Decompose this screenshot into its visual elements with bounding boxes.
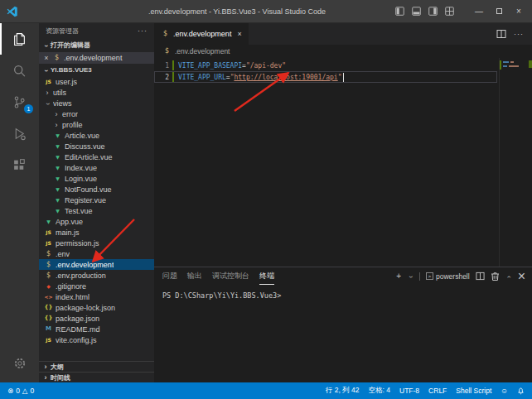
tree-item-views[interactable]: ›views [39,98,154,108]
minimize-button[interactable]: — [469,2,489,21]
close-tab-icon[interactable]: × [237,30,241,38]
status-eol[interactable]: CRLF [428,387,447,395]
file-label: permission.js [56,239,99,248]
tree-item-profile[interactable]: ›profile [39,119,154,130]
close-quote: " [282,62,286,70]
tree-item-user.js[interactable]: JSuser.js [39,76,154,87]
env-key-token: VITE_APP_URL [178,74,226,81]
tree-item-.env[interactable]: $.env [39,248,154,259]
toggle-sidebar-icon[interactable] [391,3,408,20]
status-cursor-position[interactable]: 行 2, 列 42 [326,386,360,396]
terminal-picker-chevron-icon[interactable]: › [407,273,415,280]
toggle-secondary-sidebar-icon[interactable] [424,3,441,20]
chevron-down-icon: › [42,67,51,74]
minimap[interactable] [499,58,532,267]
vue-file-icon: ▼ [53,198,62,203]
tree-item-package-lock.json[interactable]: {}package-lock.json [39,302,154,313]
js-file-icon: JS [44,230,53,235]
panel-tab-problems[interactable]: 问题 [162,267,177,285]
tree-item-App.vue[interactable]: ▼App.vue [39,216,154,227]
code-area[interactable]: 1VITE_APP_BASEAPI="/api-dev"2VITE_APP_UR… [154,58,532,267]
file-label: .env.production [56,272,106,280]
feedback-smiley-icon[interactable]: ☺ [501,387,508,395]
tree-item-vite.config.js[interactable]: JSvite.config.js [39,334,154,345]
toggle-panel-icon[interactable] [408,3,424,20]
close-window-button[interactable]: × [509,2,529,21]
tree-item-Article.vue[interactable]: ▼Article.vue [39,130,154,141]
problems-status[interactable]: ⊗ 0 △ 0 [7,387,34,395]
tree-item-permission.js[interactable]: JSpermission.js [39,238,154,248]
activity-settings[interactable] [0,348,39,379]
open-editors-header[interactable]: › 打开的编辑器 [39,38,154,52]
kill-terminal-trash-icon[interactable] [491,272,500,281]
file-label: .env.development [56,261,114,269]
tree-item-package.json[interactable]: {}package.json [39,313,154,324]
activity-run-debug[interactable] [0,118,39,149]
tree-item-index.html[interactable]: <>index.html [39,291,154,302]
tree-item-.gitignore[interactable]: ◆.gitignore [39,281,154,291]
close-icon[interactable]: × [43,54,50,62]
code-lines: 1VITE_APP_BASEAPI="/api-dev"2VITE_APP_UR… [154,60,497,83]
file-label: main.js [56,228,80,237]
explorer-more-actions-icon[interactable]: ··· [138,26,148,35]
warning-icon: △ [22,387,28,395]
code-line-1[interactable]: 1VITE_APP_BASEAPI="/api-dev" [154,60,497,71]
file-label: Discuss.vue [65,142,105,151]
tab-env-development[interactable]: $ .env.development × [154,23,249,45]
tree-item-main.js[interactable]: JSmain.js [39,227,154,238]
breadcrumb-item[interactable]: .env.development [175,47,230,55]
split-editor-icon[interactable] [496,29,506,39]
env-file-icon: $ [161,31,170,37]
activity-search[interactable] [0,55,39,86]
notifications-bell-icon[interactable] [517,387,525,395]
panel-tab-terminal[interactable]: 终端 [259,267,274,285]
tree-item-.env.development[interactable]: $.env.development [39,259,154,270]
tree-item-Test.vue[interactable]: ▼Test.vue [39,205,154,216]
tree-item-Login.vue[interactable]: ▼Login.vue [39,173,154,184]
env-file-icon: $ [162,48,172,55]
file-label: Index.vue [65,164,97,172]
new-terminal-icon[interactable]: + [396,272,401,281]
editor-more-actions-icon[interactable]: ··· [514,30,524,38]
activity-source-control[interactable]: 1 [0,86,39,118]
status-encoding[interactable]: UTF-8 [399,387,419,395]
tree-item-utils[interactable]: ›utils [39,87,154,98]
file-label: .env [56,250,70,258]
terminal-shell-label: powershell [436,272,470,281]
explorer-files-icon [12,32,27,46]
split-terminal-icon[interactable] [476,272,485,281]
close-quote: " [338,74,342,81]
minimap-line-1 [503,61,514,63]
tree-item-.env.production[interactable]: $.env.production [39,270,154,281]
panel-tab-output[interactable]: 输出 [187,267,202,285]
env-file-icon: $ [44,262,53,268]
panel-tab-debug-console[interactable]: 调试控制台 [212,267,249,285]
maximize-button[interactable] [489,2,509,21]
timeline-section[interactable]: › 时间线 [39,372,154,382]
env-file-icon: $ [44,272,53,279]
warning-count: 0 [30,387,34,395]
tree-item-Discuss.vue[interactable]: ▼Discuss.vue [39,141,154,151]
tree-item-Index.vue[interactable]: ▼Index.vue [39,162,154,173]
customize-layout-icon[interactable] [441,3,457,20]
status-indentation[interactable]: 空格: 4 [369,386,390,396]
file-label: views [53,99,72,108]
breadcrumb[interactable]: $ .env.development [154,45,532,58]
status-language-mode[interactable]: Shell Script [456,387,491,395]
tree-item-Register.vue[interactable]: ▼Register.vue [39,195,154,205]
activity-explorer[interactable] [0,23,39,55]
tree-item-NotFound.vue[interactable]: ▼NotFound.vue [39,184,154,195]
close-panel-icon[interactable]: × [518,269,525,284]
outline-section[interactable]: › 大纲 [39,361,154,372]
code-line-2[interactable]: 2VITE_APP_URL="http://localhost:19001/ap… [154,71,497,83]
chevron-right-icon: › [44,89,51,97]
maximize-panel-icon[interactable]: › [504,273,512,280]
tree-item-README.md[interactable]: MREADME.md [39,324,154,334]
open-editor-item[interactable]: × $ .env.development [39,52,154,64]
terminal[interactable]: PS D:\CSharp\Yi\Yi.BBS.Vue3> [154,285,532,382]
terminal-tab-powershell[interactable]: > powershell [426,272,470,281]
activity-extensions[interactable] [0,149,39,180]
tree-item-EditArticle.vue[interactable]: ▼EditArticle.vue [39,151,154,162]
tree-item-error[interactable]: ›error [39,108,154,119]
project-header[interactable]: › YI.BBS.VUE3 [39,64,154,76]
